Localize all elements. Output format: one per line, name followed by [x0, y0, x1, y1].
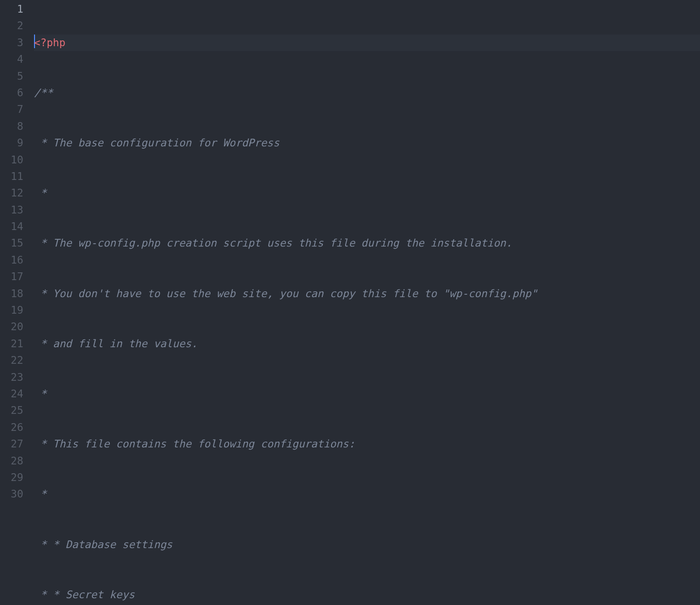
line-number[interactable]: 11 [0, 168, 23, 185]
code-line[interactable]: <?php [34, 35, 700, 51]
code-line[interactable]: * This file contains the following confi… [34, 436, 700, 452]
code-line[interactable]: * You don't have to use the web site, yo… [34, 285, 700, 302]
line-number[interactable]: 20 [0, 319, 23, 335]
line-number[interactable]: 26 [0, 419, 23, 436]
line-number[interactable]: 14 [0, 218, 23, 235]
code-area[interactable]: <?php /** * The base configuration for W… [29, 0, 700, 605]
code-line[interactable]: * * Database settings [34, 536, 700, 553]
line-number[interactable]: 8 [0, 118, 23, 135]
line-number[interactable]: 25 [0, 402, 23, 419]
line-number[interactable]: 21 [0, 336, 23, 352]
line-number[interactable]: 1 [0, 1, 23, 18]
comment-text: * [34, 388, 47, 400]
line-number[interactable]: 22 [0, 352, 23, 369]
comment-text: * * Database settings [34, 538, 173, 551]
line-number[interactable]: 12 [0, 185, 23, 201]
line-number[interactable]: 27 [0, 436, 23, 452]
comment-text: * and fill in the values. [34, 338, 198, 350]
code-line[interactable]: * The wp-config.php creation script uses… [34, 235, 700, 251]
code-line[interactable]: * [34, 386, 700, 402]
comment-text: * This file contains the following confi… [34, 438, 355, 450]
line-number[interactable]: 4 [0, 51, 23, 68]
line-number[interactable]: 6 [0, 85, 23, 101]
code-line[interactable]: * [34, 185, 700, 201]
line-number[interactable]: 3 [0, 35, 23, 51]
line-number[interactable]: 9 [0, 135, 23, 151]
comment-text: * [34, 488, 47, 500]
comment-text: * The base configuration for WordPress [34, 137, 280, 149]
comment-text: * * Secret keys [34, 588, 135, 601]
line-number[interactable]: 19 [0, 302, 23, 319]
line-number[interactable]: 15 [0, 235, 23, 251]
code-line[interactable]: * and fill in the values. [34, 336, 700, 352]
line-number[interactable]: 13 [0, 202, 23, 218]
comment-text: /** [34, 87, 53, 99]
line-number[interactable]: 5 [0, 68, 23, 85]
code-line[interactable]: * The base configuration for WordPress [34, 135, 700, 151]
comment-text: * The wp-config.php creation script uses… [34, 237, 512, 249]
line-number[interactable]: 2 [0, 18, 23, 34]
comment-text: * You don't have to use the web site, yo… [34, 287, 538, 300]
line-number[interactable]: 17 [0, 268, 23, 285]
line-number[interactable]: 18 [0, 285, 23, 302]
line-number[interactable]: 28 [0, 453, 23, 469]
line-gutter: 1234567891011121314151617181920212223242… [0, 0, 29, 605]
line-number[interactable]: 23 [0, 369, 23, 386]
code-line[interactable]: * * Secret keys [34, 587, 700, 603]
code-line[interactable]: /** [34, 85, 700, 101]
line-number[interactable]: 29 [0, 469, 23, 486]
comment-text: * [34, 187, 47, 199]
code-line[interactable]: * [34, 486, 700, 502]
line-number[interactable]: 7 [0, 101, 23, 118]
line-number[interactable]: 24 [0, 386, 23, 402]
line-number[interactable]: 30 [0, 486, 23, 502]
line-number[interactable]: 10 [0, 152, 23, 168]
line-number[interactable]: 16 [0, 252, 23, 268]
php-open-tag: <?php [34, 36, 66, 49]
